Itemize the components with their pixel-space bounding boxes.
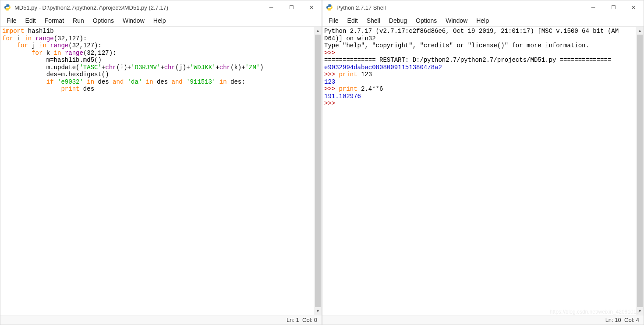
menu-file[interactable]: File xyxy=(2,15,21,26)
prompt: >>> xyxy=(324,71,339,78)
menu-run[interactable]: Run xyxy=(68,15,88,26)
shell-titlebar: Python 2.7.17 Shell ─ ☐ ✕ xyxy=(322,0,644,14)
scroll-up-icon[interactable]: ▲ xyxy=(314,27,322,35)
editor-menubar: File Edit Format Run Options Window Help xyxy=(0,14,322,27)
prompt: >>> xyxy=(324,49,339,57)
status-col: Col: 0 xyxy=(302,317,317,323)
output-hash: e9032994dabac08080091151380478a2 xyxy=(324,64,442,71)
menu-edit[interactable]: Edit xyxy=(21,15,40,26)
menu-window[interactable]: Window xyxy=(441,15,472,26)
editor-area[interactable]: import hashlib for i in range(32,127): f… xyxy=(0,27,322,315)
shell-statusbar: Ln: 10 Col: 4 xyxy=(322,315,644,325)
editor-scrollbar[interactable]: ▲ ▼ xyxy=(314,27,322,315)
shell-window: Python 2.7.17 Shell ─ ☐ ✕ File Edit Shel… xyxy=(322,0,644,325)
scroll-down-icon[interactable]: ▼ xyxy=(636,307,644,315)
menu-help[interactable]: Help xyxy=(472,15,493,26)
scroll-up-icon[interactable]: ▲ xyxy=(636,27,644,35)
shell-output[interactable]: Python 2.7.17 (v2.7.17:c2f86d86e6, Oct 1… xyxy=(322,27,636,315)
close-button[interactable]: ✕ xyxy=(301,0,322,14)
minimize-button[interactable]: ─ xyxy=(583,0,603,14)
menu-help[interactable]: Help xyxy=(149,15,170,26)
menu-edit[interactable]: Edit xyxy=(343,15,362,26)
scroll-thumb[interactable] xyxy=(637,35,643,307)
scroll-thumb[interactable] xyxy=(315,35,321,307)
shell-scrollbar[interactable]: ▲ ▼ xyxy=(636,27,644,315)
editor-statusbar: Ln: 1 Col: 0 xyxy=(0,315,322,325)
menu-shell[interactable]: Shell xyxy=(362,15,385,26)
menu-options[interactable]: Options xyxy=(88,15,118,26)
status-col: Col: 4 xyxy=(624,317,639,323)
close-button[interactable]: ✕ xyxy=(623,0,644,14)
scroll-down-icon[interactable]: ▼ xyxy=(314,307,322,315)
menu-format[interactable]: Format xyxy=(40,15,68,26)
editor-window: MD51.py - D:\python2.7\python2.7\project… xyxy=(0,0,322,325)
python-icon xyxy=(4,4,11,11)
editor-window-controls: ─ ☐ ✕ xyxy=(261,0,322,14)
status-ln: Ln: 1 xyxy=(287,317,299,323)
shell-area[interactable]: Python 2.7.17 (v2.7.17:c2f86d86e6, Oct 1… xyxy=(322,27,644,315)
prompt: >>> xyxy=(324,100,339,107)
prompt: >>> xyxy=(324,85,339,92)
status-ln: Ln: 10 xyxy=(605,317,621,323)
maximize-button[interactable]: ☐ xyxy=(603,0,623,14)
menu-window[interactable]: Window xyxy=(118,15,149,26)
minimize-button[interactable]: ─ xyxy=(261,0,281,14)
shell-window-controls: ─ ☐ ✕ xyxy=(583,0,644,14)
editor-code[interactable]: import hashlib for i in range(32,127): f… xyxy=(0,27,314,315)
menu-debug[interactable]: Debug xyxy=(385,15,411,26)
menu-file[interactable]: File xyxy=(324,15,343,26)
maximize-button[interactable]: ☐ xyxy=(281,0,301,14)
shell-menubar: File Edit Shell Debug Options Window Hel… xyxy=(322,14,644,27)
menu-options[interactable]: Options xyxy=(411,15,441,26)
editor-titlebar: MD51.py - D:\python2.7\python2.7\project… xyxy=(0,0,322,14)
editor-title: MD51.py - D:\python2.7\python2.7\project… xyxy=(14,4,261,11)
shell-title: Python 2.7.17 Shell xyxy=(336,4,583,11)
python-icon xyxy=(326,4,333,11)
